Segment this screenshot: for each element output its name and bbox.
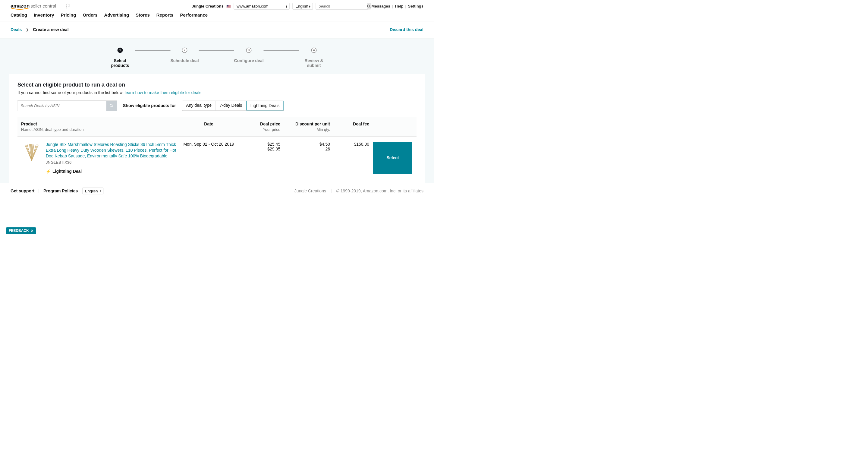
lightning-icon: ⚡ <box>46 169 51 174</box>
th-min-qty: Min qty. <box>280 127 330 132</box>
step-2: 2 Schedule deal <box>170 48 198 63</box>
feedback-button[interactable]: FEEDBACK ✕ <box>6 227 36 234</box>
step-1-circle: 1 <box>117 48 123 53</box>
step-2-label: Schedule deal <box>170 59 198 63</box>
search-button[interactable] <box>367 3 371 9</box>
filter-label: Show eligible products for <box>123 104 176 108</box>
seller-central-logo[interactable]: amazonseller central <box>10 3 56 10</box>
step-connector <box>264 50 299 51</box>
nav-catalog[interactable]: Catalog <box>10 13 27 18</box>
row-discount: $4.50 <box>280 142 330 147</box>
footer-copyright: © 1999-2019, Amazon.com, Inc. or its aff… <box>336 188 424 193</box>
product-sku: JNGLESTIX36 <box>46 160 181 165</box>
header-search <box>316 3 369 10</box>
language-value: English <box>296 4 308 9</box>
nav-inventory[interactable]: Inventory <box>34 13 54 18</box>
chevron-right-icon: ❯ <box>26 28 29 32</box>
deal-type-text: Lightning Deal <box>53 169 82 174</box>
discard-deal-link[interactable]: Discard this deal <box>390 27 424 32</box>
feedback-label: FEEDBACK <box>9 229 29 233</box>
row-date: Mon, Sep 02 - Oct 20 2019 <box>181 142 237 147</box>
nav-pricing[interactable]: Pricing <box>61 13 76 18</box>
svg-line-3 <box>112 106 113 107</box>
footer-language-value: English <box>85 188 98 193</box>
filter-tabs: Any deal type 7-day Deals Lightning Deal… <box>182 101 284 111</box>
step-3-circle: 3 <box>246 48 252 53</box>
nav-reports[interactable]: Reports <box>156 13 174 18</box>
filter-7day-deals[interactable]: 7-day Deals <box>216 101 246 111</box>
row-deal-price: $25.45 <box>237 142 280 147</box>
nav-advertising[interactable]: Advertising <box>104 13 129 18</box>
flag-icon[interactable] <box>65 3 70 9</box>
svg-point-0 <box>367 5 370 7</box>
breadcrumb: Deals ❯ Create a new deal Discard this d… <box>0 21 434 38</box>
settings-link[interactable]: Settings <box>408 4 424 9</box>
th-product-sub: Name, ASIN, deal type and duration <box>21 127 181 132</box>
search-icon <box>367 4 371 8</box>
asin-search-input[interactable] <box>18 101 106 111</box>
section-sub-text: If you cannot find some of your products… <box>18 90 125 95</box>
marketplace-value: www.amazon.com <box>237 4 268 9</box>
header: amazonseller central Jungle Creations ww… <box>0 0 434 13</box>
th-date: Date <box>181 122 237 127</box>
step-3-label: Configure deal <box>234 59 264 63</box>
language-select[interactable]: English ▲▼ <box>293 3 313 10</box>
stepper-region: 1 Select products 2 Schedule deal 3 Conf… <box>0 38 434 74</box>
row-fee: $150.00 <box>330 142 369 147</box>
th-discount: Discount per unit <box>280 122 330 127</box>
breadcrumb-deals[interactable]: Deals <box>10 27 22 32</box>
main-nav: Catalog Inventory Pricing Orders Adverti… <box>0 13 434 21</box>
step-1-label: Select products <box>105 59 135 68</box>
get-support-link[interactable]: Get support <box>10 188 34 193</box>
filter-any-deal[interactable]: Any deal type <box>182 101 216 111</box>
filter-lightning-deals[interactable]: Lightning Deals <box>246 101 284 111</box>
asin-search <box>18 101 117 111</box>
content-wrap: Select an eligible product to run a deal… <box>0 74 434 183</box>
table-row: Jungle Stix Marshmallow S'Mores Roasting… <box>18 137 416 183</box>
filter-row: Show eligible products for Any deal type… <box>18 101 416 111</box>
step-2-circle: 2 <box>182 48 187 53</box>
breadcrumb-current: Create a new deal <box>33 27 68 32</box>
step-4-circle: 4 <box>311 48 317 53</box>
step-connector <box>135 50 170 51</box>
th-deal-price: Deal price <box>237 122 280 127</box>
step-3: 3 Configure deal <box>234 48 264 63</box>
section-subtitle: If you cannot find some of your products… <box>18 90 416 95</box>
step-connector <box>199 50 234 51</box>
footer-store-name: Jungle Creations <box>294 188 326 193</box>
eligibility-help-link[interactable]: learn how to make them eligible for deal… <box>125 90 201 95</box>
header-links: Messages | Help | Settings <box>372 4 424 9</box>
program-policies-link[interactable]: Program Policies <box>43 188 78 193</box>
step-1: 1 Select products <box>105 48 135 68</box>
row-min-qty: 26 <box>280 147 330 151</box>
search-input[interactable] <box>316 3 367 9</box>
store-name: Jungle Creations <box>192 4 223 9</box>
close-icon[interactable]: ✕ <box>31 229 33 233</box>
help-link[interactable]: Help <box>395 4 403 9</box>
product-thumbnail <box>21 142 42 163</box>
step-4-label: Review & submit <box>299 59 329 68</box>
nav-stores[interactable]: Stores <box>135 13 150 18</box>
nav-performance[interactable]: Performance <box>180 13 208 18</box>
th-product: Product <box>21 122 181 127</box>
footer: Get support | Program Policies English ▲… <box>0 183 434 199</box>
products-table: Product Name, ASIN, deal type and durati… <box>18 117 416 183</box>
deal-type-badge: ⚡ Lightning Deal <box>46 169 181 174</box>
messages-link[interactable]: Messages <box>372 4 390 9</box>
sticks-icon <box>23 143 41 161</box>
th-your-price: Your price <box>237 127 280 132</box>
eligible-products-card: Select an eligible product to run a deal… <box>9 74 425 183</box>
svg-point-2 <box>110 104 113 107</box>
row-your-price: $29.95 <box>237 147 280 151</box>
select-button[interactable]: Select <box>373 142 412 174</box>
product-title-link[interactable]: Jungle Stix Marshmallow S'Mores Roasting… <box>46 142 176 158</box>
asin-search-button[interactable] <box>106 101 117 111</box>
table-header: Product Name, ASIN, deal type and durati… <box>18 117 416 137</box>
svg-line-1 <box>370 7 371 8</box>
marketplace-select[interactable]: www.amazon.com ▲▼ <box>234 3 290 10</box>
footer-language-select[interactable]: English ▲▼ <box>82 187 103 194</box>
nav-orders[interactable]: Orders <box>83 13 97 18</box>
search-icon <box>110 104 114 108</box>
step-4: 4 Review & submit <box>299 48 329 68</box>
th-deal-fee: Deal fee <box>330 122 369 127</box>
